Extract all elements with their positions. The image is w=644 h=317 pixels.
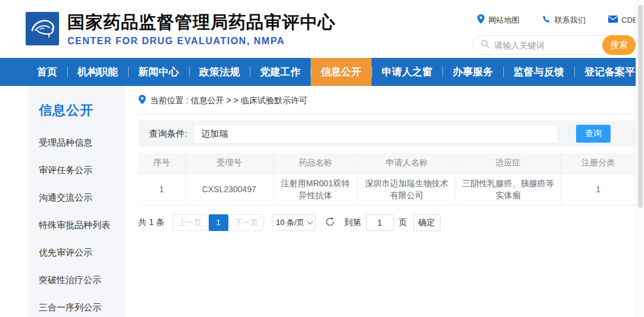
mail-icon (608, 16, 618, 24)
column-header-registration-class: 注册分类 (561, 153, 636, 174)
table-row: 1 CXSL2300497 注射用MR001双特异性抗体 深圳市迈加瑞生物技术有… (138, 174, 636, 205)
cell-indication: 三阴性乳腺癌、胰腺癌等实体瘤 (456, 174, 561, 205)
contact-link[interactable]: 联系我们 (542, 15, 586, 26)
sitemap-link[interactable]: 网站地图 (477, 14, 519, 26)
nav-item-policies[interactable]: 政策法规 (189, 58, 250, 86)
next-page-button[interactable]: 下一页 (230, 214, 264, 231)
search-input[interactable] (494, 41, 602, 50)
current-page-button[interactable]: 1 (209, 214, 228, 231)
sitemap-link-label: 网站地图 (488, 15, 519, 26)
goto-page-input[interactable] (366, 214, 394, 231)
query-input[interactable] (193, 124, 558, 144)
total-count: 共 1 条 (138, 217, 165, 228)
nav-item-functions[interactable]: 机构职能 (67, 58, 128, 86)
column-header-acceptance-no: 受理号 (185, 153, 273, 174)
site-header: 国家药品监督管理局药品审评中心 CENTER FOR DRUG EVALUATI… (0, 0, 644, 58)
site-titles: 国家药品监督管理局药品审评中心 CENTER FOR DRUG EVALUATI… (67, 11, 336, 47)
main-content: 当前位置 : 信息公开 > > 临床试验默示许可 查询条件: 查询 序号 受理号… (125, 86, 644, 317)
sidebar-item-special-approval[interactable]: 特殊审批品种列表 (39, 220, 125, 231)
nav-item-news[interactable]: 新闻中心 (128, 58, 189, 86)
confirm-button[interactable]: 确定 (413, 214, 441, 231)
sidebar-item-breakthrough-therapy[interactable]: 突破性治疗公示 (39, 275, 125, 286)
query-button[interactable]: 查询 (576, 125, 611, 143)
nav-item-registration-platform[interactable]: 登记备案平台 (574, 58, 644, 86)
page-unit-label: 页 (399, 217, 407, 228)
main-nav: 首页 机构职能 新闻中心 政策法规 党建工作 信息公开 申请人之窗 办事服务 监… (0, 58, 644, 86)
cell-applicant: 深圳市迈加瑞生物技术有限公司 (358, 174, 456, 205)
location-pin-icon (138, 95, 146, 106)
refresh-button[interactable] (325, 217, 335, 229)
left-gutter (0, 86, 28, 317)
page-size-select[interactable]: 10 条/页 (273, 214, 315, 231)
search-box: 搜索 (473, 35, 636, 55)
nav-item-info-disclosure[interactable]: 信息公开 (311, 58, 371, 86)
sidebar-item-communication[interactable]: 沟通交流公示 (39, 192, 125, 204)
nav-item-applicant-window[interactable]: 申请人之窗 (371, 58, 442, 86)
page-body: 信息公开 受理品种信息 审评任务公示 沟通交流公示 特殊审批品种列表 优先审评公… (0, 86, 644, 317)
page-size-label: 10 条/页 (276, 217, 305, 228)
sidebar-item-accepted-products[interactable]: 受理品种信息 (39, 137, 125, 149)
nav-item-services[interactable]: 办事服务 (442, 58, 503, 86)
phone-icon (542, 15, 551, 26)
cell-acceptance-no: CXSL2300497 (185, 174, 273, 205)
contact-link-label: 联系我们 (555, 15, 586, 26)
location-pin-icon (477, 14, 485, 26)
site-title: 国家药品监督管理局药品审评中心 (67, 11, 336, 33)
swan-icon (29, 15, 56, 42)
breadcrumb-text: 当前位置 : 信息公开 > > 临床试验默示许可 (150, 96, 308, 106)
sidebar: 信息公开 受理品种信息 审评任务公示 沟通交流公示 特殊审批品种列表 优先审评公… (28, 86, 125, 317)
column-header-drug-name: 药品名称 (273, 153, 358, 174)
refresh-icon (325, 217, 335, 229)
cell-registration-class: 1 (561, 174, 636, 205)
cell-drug-name: 注射用MR001双特异性抗体 (273, 174, 358, 205)
vertical-scrollbar[interactable] (636, 0, 644, 317)
sidebar-item-review-tasks[interactable]: 审评任务公示 (39, 165, 125, 176)
pagination: 共 1 条 上一页 1 下一页 10 条/页 到第 页 确定 (138, 214, 636, 231)
nav-item-home[interactable]: 首页 (27, 58, 67, 86)
results-table: 序号 受理号 药品名称 申请人名称 适应症 注册分类 1 CXSL2300497… (138, 153, 636, 205)
sidebar-title: 信息公开 (39, 101, 125, 119)
nav-item-party-building[interactable]: 党建工作 (250, 58, 311, 86)
search-button[interactable]: 搜索 (602, 35, 636, 55)
column-header-seq: 序号 (138, 153, 185, 174)
goto-label: 到第 (345, 217, 361, 228)
search-icon (481, 39, 490, 51)
nav-item-supervision-feedback[interactable]: 监督与反馈 (503, 58, 574, 86)
site-subtitle: CENTER FOR DRUG EVALUATION, NMPA (67, 36, 336, 47)
scrollbar-thumb[interactable] (638, 5, 643, 208)
column-header-applicant: 申请人名称 (358, 153, 456, 174)
sidebar-item-priority-review[interactable]: 优先审评公示 (39, 247, 125, 258)
sidebar-item-three-in-one[interactable]: 三合一序列公示 (39, 302, 125, 313)
table-header-row: 序号 受理号 药品名称 申请人名称 适应症 注册分类 (138, 153, 636, 174)
breadcrumb: 当前位置 : 信息公开 > > 临床试验默示许可 (138, 86, 636, 115)
chevron-down-icon (307, 218, 313, 224)
prev-page-button[interactable]: 上一页 (173, 214, 208, 231)
query-label: 查询条件: (149, 128, 187, 140)
header-links: 网站地图 联系我们 CDE邮箱 (477, 14, 644, 26)
column-header-indication: 适应症 (456, 153, 561, 174)
query-panel: 查询条件: 查询 (138, 121, 636, 147)
cde-logo (26, 12, 59, 45)
cell-seq: 1 (138, 174, 185, 205)
